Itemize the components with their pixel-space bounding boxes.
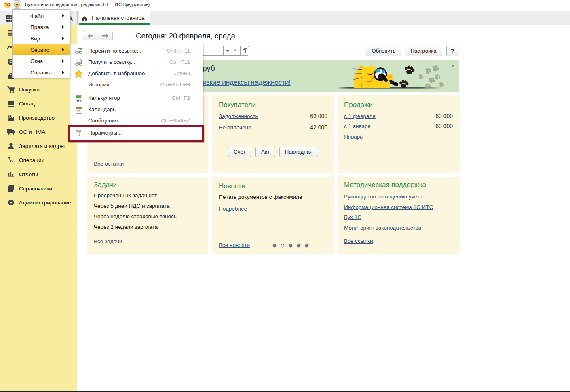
- svg-text:31: 31: [77, 110, 81, 113]
